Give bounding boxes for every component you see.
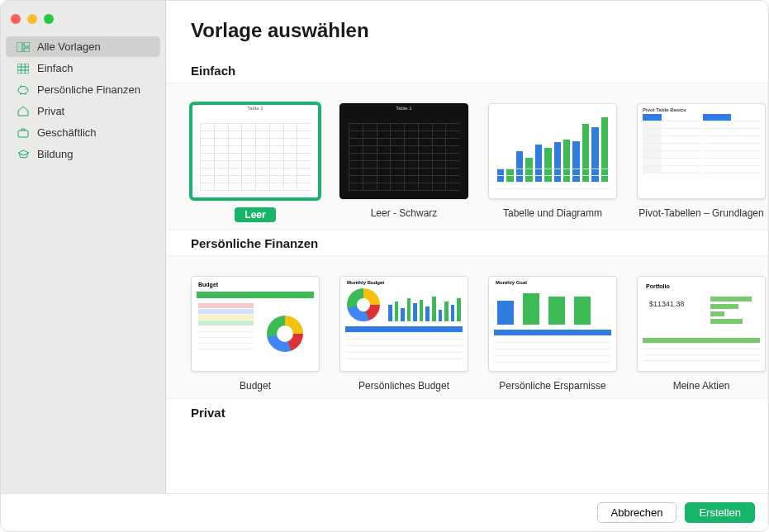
template-label: Pivot-Tabellen – Grundlagen <box>638 207 763 219</box>
window-body: Alle VorlagenEinfachPersönliche Finanzen… <box>1 1 768 493</box>
sidebar-item-privat[interactable]: Privat <box>6 101 160 121</box>
template-item[interactable]: Table 1Leer <box>191 103 320 222</box>
template-chooser-window: Alle VorlagenEinfachPersönliche Finanzen… <box>0 0 769 532</box>
template-item[interactable]: Portfolio$11341.38Meine Aktien <box>637 276 766 392</box>
template-item[interactable]: Tabelle und Diagramm <box>488 103 617 222</box>
sidebar-list: Alle VorlagenEinfachPersönliche Finanzen… <box>1 36 165 164</box>
template-label: Budget <box>240 380 271 392</box>
sections-container: EinfachTable 1LeerTable 1Leer - SchwarzT… <box>166 57 768 425</box>
template-thumbnail[interactable]: Monthly Goal <box>488 276 617 372</box>
page-title: Vorlage auswählen <box>166 1 768 57</box>
sidebar-item-bildung[interactable]: Bildung <box>6 144 160 164</box>
svg-rect-0 <box>17 42 22 52</box>
sidebar-item-label: Privat <box>37 105 64 117</box>
svg-point-8 <box>18 87 28 94</box>
svg-rect-2 <box>24 48 30 52</box>
section-header: Privat <box>166 399 768 425</box>
sidebar-item-pers-nliche-finanzen[interactable]: Persönliche Finanzen <box>6 79 160 100</box>
sidebar-item-label: Geschäftlich <box>37 126 97 139</box>
grid-icon <box>16 63 31 74</box>
template-label: Leer - Schwarz <box>371 207 438 219</box>
template-thumbnail[interactable] <box>488 103 617 199</box>
window-controls <box>1 6 165 36</box>
main-content[interactable]: Vorlage auswählen EinfachTable 1LeerTabl… <box>166 1 768 493</box>
template-label: Tabelle und Diagramm <box>503 207 602 219</box>
template-thumbnail[interactable]: Budget <box>191 276 320 372</box>
svg-rect-12 <box>18 131 28 137</box>
sidebar: Alle VorlagenEinfachPersönliche Finanzen… <box>1 1 166 493</box>
sidebar-item-alle-vorlagen[interactable]: Alle Vorlagen <box>6 36 160 57</box>
template-item[interactable]: Pivot Table Basics Pivot-Tabellen – Grun… <box>637 103 766 222</box>
template-item[interactable]: BudgetBudget <box>191 276 320 392</box>
section-body: BudgetBudgetMonthly BudgetPersönliches B… <box>166 255 768 399</box>
template-thumbnail[interactable]: Pivot Table Basics <box>637 103 766 199</box>
sidebar-item-label: Alle Vorlagen <box>37 40 101 53</box>
footer: Abbrechen Erstellen <box>1 493 768 531</box>
template-item[interactable]: Table 1Leer - Schwarz <box>339 103 468 222</box>
create-button[interactable]: Erstellen <box>685 502 755 523</box>
template-thumbnail[interactable]: Table 1 <box>339 103 468 199</box>
section-header: Einfach <box>166 57 768 83</box>
svg-rect-1 <box>24 42 30 46</box>
sidebar-item-label: Persönliche Finanzen <box>37 83 140 96</box>
sidebar-item-gesch-ftlich[interactable]: Geschäftlich <box>6 122 160 143</box>
svg-rect-3 <box>17 64 29 74</box>
fullscreen-icon[interactable] <box>44 14 54 24</box>
section-body: Table 1LeerTable 1Leer - SchwarzTabelle … <box>166 83 768 230</box>
svg-point-9 <box>25 88 26 90</box>
section-header: Persönliche Finanzen <box>166 230 768 255</box>
cancel-button[interactable]: Abbrechen <box>597 502 677 523</box>
template-label: Leer <box>235 207 275 222</box>
templates-icon <box>16 41 31 53</box>
minimize-icon[interactable] <box>27 14 37 24</box>
piggybank-icon <box>16 84 31 96</box>
template-thumbnail[interactable]: Portfolio$11341.38 <box>637 276 766 372</box>
template-thumbnail[interactable]: Monthly Budget <box>339 276 468 372</box>
close-icon[interactable] <box>11 14 21 24</box>
template-item[interactable]: Monthly BudgetPersönliches Budget <box>339 276 468 392</box>
sidebar-item-label: Bildung <box>37 148 73 160</box>
template-label: Persönliches Budget <box>358 380 449 392</box>
briefcase-icon <box>16 127 31 139</box>
template-item[interactable]: Monthly GoalPersönliche Ersparnisse <box>488 276 617 392</box>
sidebar-item-einfach[interactable]: Einfach <box>6 58 160 78</box>
home-icon <box>16 106 31 117</box>
sidebar-item-label: Einfach <box>37 62 73 74</box>
template-thumbnail[interactable]: Table 1 <box>191 103 320 199</box>
template-label: Meine Aktien <box>673 380 730 392</box>
template-label: Persönliche Ersparnisse <box>499 380 605 392</box>
education-icon <box>16 149 31 160</box>
